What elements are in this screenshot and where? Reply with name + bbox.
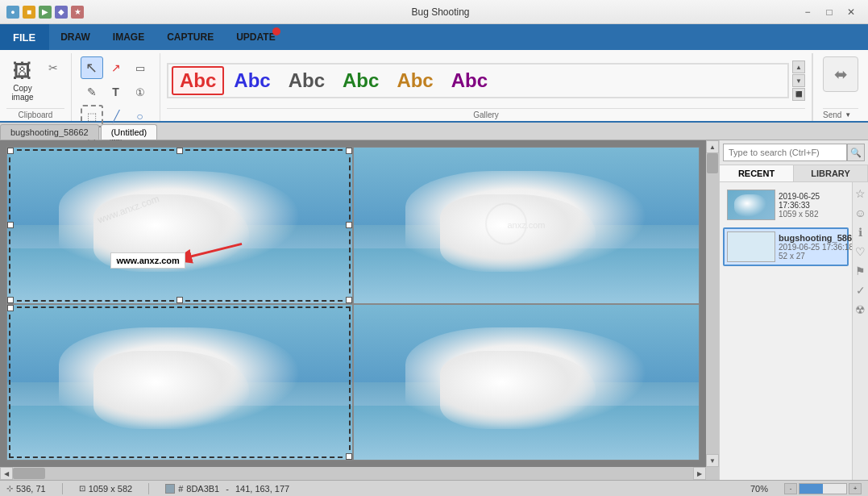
menu-file[interactable]: FILE [0,24,49,50]
gallery-label: Gallery [167,108,805,121]
canvas-area[interactable]: www.anxz.com www.anxz.com [0,140,719,480]
gallery-content: Abc Abc Abc Abc Abc Abc ▲ ▼ ⬛ [167,53,805,108]
sidebar-search: 🔍 [720,140,868,165]
share-icon: ⬌ [834,65,848,84]
zoom-out-button[interactable]: - [784,483,797,494]
gallery-item-red[interactable]: Abc [172,66,224,95]
status-div-1 [62,483,63,494]
menu-items: DRAW IMAGE CAPTURE UPDATE [49,24,286,50]
search-button[interactable]: 🔍 [847,144,865,161]
tab-untitled[interactable]: (Untitled) [101,124,158,140]
tab-recent[interactable]: RECENT [720,165,794,181]
status-div-2 [148,483,149,494]
tab-bugshooting[interactable]: bugshooting_58662 [0,124,99,140]
hscrollbar[interactable]: ◀ ▶ [0,467,706,480]
restore-button[interactable]: □ [819,4,840,20]
status-dimensions: ⊡ 1059 x 582 [79,484,132,494]
tool-number[interactable]: ① [129,81,152,103]
bookmark-icon[interactable]: ⚑ [855,265,866,277]
send-button[interactable]: ⬌ [823,56,858,92]
clipboard-content: 🖼 Copy image ✂ [6,53,64,108]
gallery-item-blue[interactable]: Abc [226,66,278,95]
ribbon-send-group: ⬌ Send ▼ [812,53,868,121]
gallery-item-gray[interactable]: Abc [280,66,333,95]
info-icon[interactable]: ℹ [858,226,862,239]
search-icon: 🔍 [850,148,862,158]
ribbon-gallery-group: Abc Abc Abc Abc Abc Abc ▲ ▼ ⬛ Gallery [160,53,812,121]
hscroll-right[interactable]: ▶ [693,467,706,480]
zoom-fill [799,484,823,494]
vscroll-thumb[interactable] [707,153,718,173]
sidebar-item-2[interactable]: bugshooting_58662 2019-06-25 17:36:18 52… [723,227,849,266]
scroll-corner [706,467,719,480]
app-icon-3[interactable]: ▶ [39,6,52,19]
sidebar-item-1[interactable]: 2019-06-25 17:36:33 1059 x 582 [723,185,849,224]
app-icon-4[interactable]: ◆ [55,6,68,19]
status-zoom: 70% [750,484,768,494]
tool-text[interactable]: T [105,81,127,103]
copy-image-button[interactable]: 🖼 Copy image [6,56,39,105]
zoom-slider[interactable] [799,483,847,494]
gallery-item-purple[interactable]: Abc [443,66,496,95]
gallery-box: Abc Abc Abc Abc Abc Abc [167,63,789,98]
menu-item-image[interactable]: IMAGE [102,24,156,50]
coords-icon: ⊹ [6,484,13,493]
send-label: Send [823,110,841,119]
copy-image-icon: 🖼 [13,60,32,82]
app-icon-1[interactable]: ● [6,6,19,19]
zoom-in-button[interactable]: + [849,483,862,494]
status-coords: ⊹ 536, 71 [6,484,46,494]
paste-button[interactable]: ✂ [42,56,64,79]
emoji-icon[interactable]: ☺ [854,206,866,219]
menu-bar: FILE DRAW IMAGE CAPTURE UPDATE [0,24,868,50]
update-badge [272,27,280,35]
gallery-scroll-controls: ▲ ▼ ⬛ [792,60,805,101]
check-icon[interactable]: ✓ [856,284,866,297]
tool-pen[interactable]: ✎ [81,81,103,103]
tool-cursor[interactable]: ↖ [81,56,103,79]
heart-icon[interactable]: ♡ [855,245,866,258]
sidebar-tabs: RECENT LIBRARY [720,165,868,182]
app-icon-5[interactable]: ★ [71,6,84,19]
menu-item-update[interactable]: UPDATE [225,24,286,50]
image-canvas: www.anxz.com www.anxz.com [6,147,700,461]
tool-arrow[interactable]: ↗ [105,56,127,79]
gallery-item-orange[interactable]: Abc [388,66,441,95]
sidebar-main: 2019-06-25 17:36:33 1059 x 582 bugshooti… [720,182,868,480]
main-area: www.anxz.com www.anxz.com [0,140,868,480]
item-info-1: 2019-06-25 17:36:33 1059 x 582 [775,192,845,219]
title-bar: ● ■ ▶ ◆ ★ Bug Shooting − □ ✕ [0,0,868,24]
gallery-scroll-up[interactable]: ▲ [792,60,805,73]
tab-library[interactable]: LIBRARY [794,165,868,181]
ribbon: 🖼 Copy image ✂ Clipboard ↖ ↗ ▭ ✎ T ① [0,50,868,123]
clipboard-label: Clipboard [6,108,64,121]
gallery-item-green[interactable]: Abc [334,66,387,95]
send-dropdown-icon[interactable]: ▼ [845,111,851,119]
search-input[interactable] [723,144,847,161]
close-button[interactable]: ✕ [841,4,862,20]
paste-icon: ✂ [48,61,58,74]
warning-icon[interactable]: ☢ [855,303,866,316]
text-annotation: www.anxz.com [110,252,185,269]
menu-item-capture[interactable]: CAPTURE [156,24,225,50]
sidebar: 🔍 RECENT LIBRARY 2019-06-25 17: [719,140,868,480]
title-bar-icons: ● ■ ▶ ◆ ★ [6,6,84,19]
tab-bar: bugshooting_58662 (Untitled) [0,123,868,140]
hscroll-left[interactable]: ◀ [0,467,13,480]
gallery-scroll-down[interactable]: ▼ [792,74,805,87]
color-swatch [165,484,175,494]
thumbnail-2 [727,231,775,262]
minimize-button[interactable]: − [797,4,818,20]
vscroll-up[interactable]: ▲ [706,140,719,153]
photo-grid: www.anxz.com www.anxz.com [6,147,700,461]
hscroll-thumb[interactable] [13,468,45,479]
menu-item-draw[interactable]: DRAW [49,24,102,50]
app-icon-2[interactable]: ■ [23,6,35,19]
vscrollbar[interactable]: ▲ ▼ [706,140,719,467]
gallery-scroll-more[interactable]: ⬛ [792,88,805,101]
vscroll-down[interactable]: ▼ [706,454,719,467]
star-icon[interactable]: ☆ [855,187,866,200]
item-info-2: bugshooting_58662 2019-06-25 17:36:18 52… [775,233,852,261]
tool-rect[interactable]: ▭ [129,56,152,79]
sidebar-items-area: 2019-06-25 17:36:33 1059 x 582 bugshooti… [720,182,852,480]
